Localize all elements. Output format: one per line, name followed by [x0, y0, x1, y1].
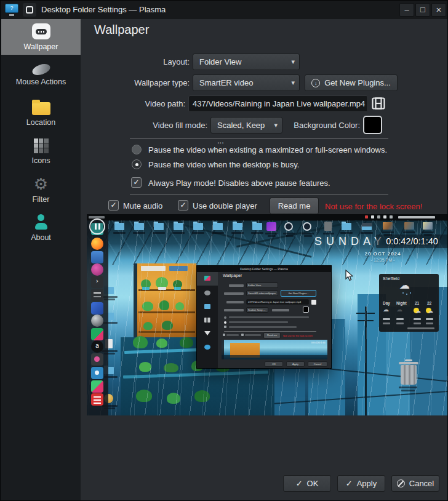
cancel-button[interactable]: Cancel — [391, 475, 439, 492]
weather-col-day: Day — [383, 301, 390, 305]
dock-store-icon — [91, 251, 103, 263]
dock-terminal-icon: › — [91, 276, 103, 288]
close-button[interactable]: × — [431, 3, 446, 17]
sidebar-item-wallpaper[interactable]: Wallpaper — [1, 19, 81, 55]
mute-audio-checkbox[interactable]: ✓ — [108, 200, 119, 210]
pause-overlay-icon — [89, 218, 105, 234]
apply-button[interactable]: ✓Apply — [337, 475, 385, 492]
desktop-clock-time: - 12:35 PM - — [355, 258, 410, 262]
background-color-swatch[interactable] — [363, 116, 382, 134]
wallpaper-type-dropdown[interactable]: SmartER video wallpaper▾ — [193, 74, 300, 91]
wallpaper-preview: SUNDAY 0:0:42/0:1:40 20 OCT 2024 - 12:35… — [87, 214, 448, 415]
nested-film-icon — [311, 300, 316, 305]
sidebar-item-about[interactable]: About — [1, 210, 81, 246]
sidebar-item-mouse-actions[interactable]: Mouse Actions — [1, 57, 81, 93]
desktop-clock-date: 20 OCT 2024 — [355, 251, 410, 257]
desktop-folder-icon — [174, 223, 183, 230]
chevron-down-icon: ▾ — [274, 118, 278, 133]
nested-about-icon — [204, 345, 210, 350]
cloud-icon: ☁ — [399, 279, 410, 291]
archive-icon — [362, 223, 372, 230]
layout-dropdown[interactable]: Folder View▾ — [193, 54, 300, 70]
wallpaper-icon — [32, 23, 50, 39]
always-play-label: Always Play mode! Disables above pause f… — [148, 178, 330, 189]
preview-top-panel — [87, 214, 448, 220]
always-play-checkbox[interactable]: ✓ — [131, 177, 142, 188]
ok-button[interactable]: ✓OK — [283, 475, 331, 492]
divider — [130, 194, 388, 194]
dock-photos-icon — [91, 367, 103, 379]
nested-settings-dialog: Desktop Folder Settings — Plasma Wallpap… — [196, 265, 332, 369]
dock-app-icon — [91, 380, 103, 393]
wallpaper-type-label: Wallpaper type: — [82, 74, 190, 91]
check-icon: ✓ — [296, 479, 303, 488]
tray-icon — [365, 215, 368, 218]
dock-kdenlive-icon — [91, 302, 103, 315]
sidebar-item-location[interactable]: Location — [1, 95, 81, 131]
download-icon: ↓ — [311, 79, 320, 87]
desktop-folder-icon — [342, 223, 351, 230]
weather-temp-right: 22 — [427, 301, 431, 305]
utility-pole — [365, 307, 367, 415]
person-icon — [34, 214, 49, 230]
divider — [130, 138, 388, 139]
desktop-folder-settings-window: ? Desktop Folder Settings — Plasma – □ ×… — [0, 0, 448, 501]
film-strip-icon — [371, 96, 386, 111]
radio-pause-windows-label: Pause the video when existing a maximize… — [148, 145, 387, 156]
video-fill-mode-dropdown[interactable]: Scaled, Keep ...▾ — [210, 117, 282, 134]
double-player-checkbox[interactable]: ✓ — [178, 200, 188, 210]
desktop-app-icon — [266, 222, 276, 231]
night-cloud-icon: ☁ — [396, 306, 402, 313]
layout-label: Layout: — [82, 54, 190, 70]
get-new-plugins-button[interactable]: ↓Get New Plugins... — [305, 74, 398, 91]
read-me-button[interactable]: Read me — [270, 198, 319, 214]
weather-widget: Sheffield ☁ Day Night 21 22 ☁ ☁ ☁ ☁ — [379, 274, 439, 332]
tray-icon — [383, 215, 386, 218]
desktop-folder-icon — [134, 223, 144, 230]
weather-temp-left: 21 — [415, 301, 419, 305]
radio-pause-busy[interactable] — [132, 159, 142, 169]
minimize-button[interactable]: – — [399, 3, 414, 17]
nested-warning: Not use for the lock screen! — [283, 334, 324, 337]
desktop-folder-icon — [114, 223, 124, 230]
dock-news-icon — [91, 393, 103, 406]
video-timer-osd: 0:0:42/0:1:40 — [376, 234, 448, 248]
nested-titlebar: Desktop Folder Settings — Plasma — [197, 266, 331, 272]
video-path-input[interactable]: 437/Videos/Raining in Japan Live wallpap… — [188, 95, 368, 112]
nested-mouse-icon — [204, 291, 210, 295]
widget-settings-icon[interactable] — [23, 3, 36, 17]
radio-pause-windows[interactable] — [132, 145, 142, 154]
radio-pause-busy-label: Pause the video when the desktop is busy… — [148, 159, 299, 170]
shop-scene — [137, 263, 196, 347]
sidebar-item-icons[interactable]: Icons — [1, 134, 81, 169]
sidebar: Wallpaper Mouse Actions Location Icons ⚙… — [1, 19, 81, 500]
nested-preview: 0:0:42/0:1:40 — [222, 340, 327, 359]
maximize-button[interactable]: □ — [415, 3, 430, 17]
dock-app-icon — [91, 353, 103, 366]
preview-dock: › a — [87, 220, 108, 415]
tray-icon — [377, 215, 380, 218]
nested-get-plugins-button: Get New Plugins... — [281, 290, 316, 297]
script-file-icon — [324, 222, 332, 231]
titlebar: ? Desktop Folder Settings — Plasma – □ × — [1, 1, 447, 19]
dock-app-icon — [91, 263, 103, 276]
desktop-folder-icon — [252, 223, 262, 230]
cancel-icon — [397, 479, 405, 487]
nested-grid-icon — [204, 318, 210, 323]
nested-wallpaper-icon — [204, 276, 210, 281]
sidebar-item-filter[interactable]: ⚙ Filter — [1, 172, 81, 207]
dock-video-editor-icon — [91, 328, 103, 340]
dock-settings-icon — [91, 289, 103, 301]
dock-amazon-icon: a — [91, 340, 103, 353]
video-path-label: Video path: — [82, 95, 185, 112]
weather-col-night: Night — [396, 301, 407, 305]
nested-folder-icon — [204, 304, 210, 309]
tray-icon — [390, 215, 393, 218]
rain-cloud-icon: ☁ — [383, 306, 389, 313]
background-color-label: Background Color: — [286, 117, 360, 134]
desktop-clock-day: SUNDAY — [314, 235, 386, 248]
image-thumbnail-icon — [423, 222, 433, 230]
browse-video-button[interactable] — [370, 95, 387, 112]
video-fill-mode-label: Video fill mode: — [82, 117, 207, 134]
nested-sidebar — [197, 272, 218, 368]
